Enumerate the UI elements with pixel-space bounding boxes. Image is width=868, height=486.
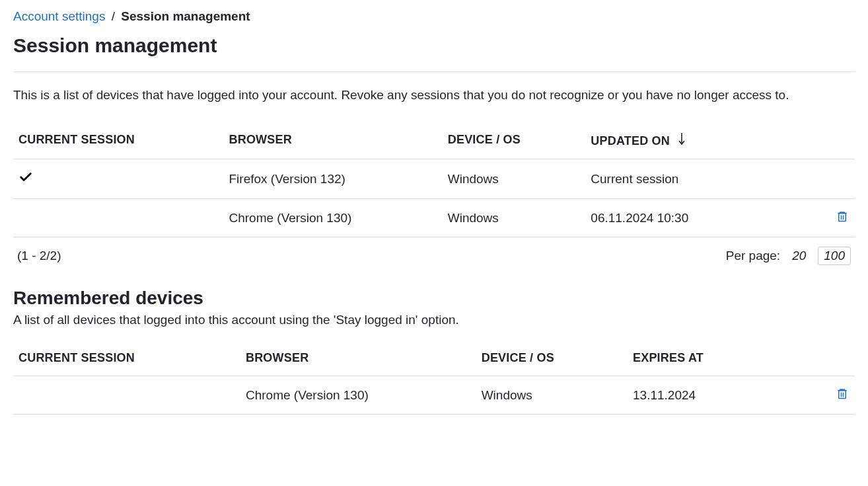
col-actions bbox=[813, 344, 855, 376]
cell-device: Windows bbox=[443, 199, 586, 237]
remembered-devices-title: Remembered devices bbox=[13, 288, 855, 309]
cell-browser: Chrome (Version 130) bbox=[240, 376, 476, 415]
cell-current-indicator bbox=[13, 376, 240, 415]
cell-current-indicator bbox=[13, 159, 224, 199]
remembered-devices-description: A list of all devices that logged into t… bbox=[13, 313, 855, 327]
page-title: Session management bbox=[13, 34, 855, 57]
pager: (1 - 2/2) Per page: 20 100 bbox=[13, 237, 855, 270]
cell-device: Windows bbox=[476, 376, 628, 415]
cell-device: Windows bbox=[443, 159, 586, 199]
svg-rect-4 bbox=[839, 391, 846, 399]
svg-rect-1 bbox=[839, 214, 846, 222]
cell-actions bbox=[813, 376, 855, 415]
breadcrumb-separator: / bbox=[112, 9, 115, 23]
per-page-option-20[interactable]: 20 bbox=[787, 247, 811, 264]
cell-current-indicator bbox=[13, 199, 224, 237]
divider bbox=[13, 71, 855, 72]
breadcrumb-link-account-settings[interactable]: Account settings bbox=[13, 9, 105, 23]
col-browser[interactable]: BROWSER bbox=[240, 344, 476, 376]
col-current-session[interactable]: CURRENT SESSION bbox=[13, 344, 240, 376]
cell-updated: 06.11.2024 10:30 bbox=[585, 199, 813, 237]
delete-remembered-device-button[interactable] bbox=[836, 387, 848, 400]
remembered-devices-table: CURRENT SESSION BROWSER DEVICE / OS EXPI… bbox=[13, 344, 855, 415]
cell-updated: Current session bbox=[585, 159, 813, 199]
sort-desc-icon bbox=[678, 132, 685, 145]
col-actions bbox=[813, 125, 855, 159]
col-device-os[interactable]: DEVICE / OS bbox=[476, 344, 628, 376]
sessions-description: This is a list of devices that have logg… bbox=[13, 85, 855, 105]
per-page-label: Per page: bbox=[726, 249, 780, 263]
breadcrumb: Account settings / Session management bbox=[13, 9, 855, 24]
cell-browser: Chrome (Version 130) bbox=[224, 199, 443, 237]
col-current-session[interactable]: CURRENT SESSION bbox=[13, 125, 224, 159]
table-row: Chrome (Version 130) Windows 06.11.2024 … bbox=[13, 199, 855, 237]
col-updated-on[interactable]: UPDATED ON bbox=[585, 125, 813, 159]
check-icon bbox=[18, 170, 33, 184]
per-page-option-100[interactable]: 100 bbox=[818, 247, 851, 265]
table-row: Chrome (Version 130) Windows 13.11.2024 bbox=[13, 376, 855, 415]
col-updated-on-label: UPDATED ON bbox=[591, 134, 670, 147]
cell-actions bbox=[813, 159, 855, 199]
col-device-os[interactable]: DEVICE / OS bbox=[443, 125, 586, 159]
cell-actions bbox=[813, 199, 855, 237]
cell-browser: Firefox (Version 132) bbox=[224, 159, 443, 199]
col-browser[interactable]: BROWSER bbox=[224, 125, 443, 159]
breadcrumb-current: Session management bbox=[121, 9, 250, 23]
delete-session-button[interactable] bbox=[836, 210, 848, 223]
table-row: Firefox (Version 132) Windows Current se… bbox=[13, 159, 855, 199]
pager-range: (1 - 2/2) bbox=[17, 249, 61, 263]
col-expires-at[interactable]: EXPIRES AT bbox=[628, 344, 813, 376]
sessions-table: CURRENT SESSION BROWSER DEVICE / OS UPDA… bbox=[13, 125, 855, 237]
cell-expires: 13.11.2024 bbox=[628, 376, 813, 415]
pager-controls: Per page: 20 100 bbox=[726, 247, 851, 265]
